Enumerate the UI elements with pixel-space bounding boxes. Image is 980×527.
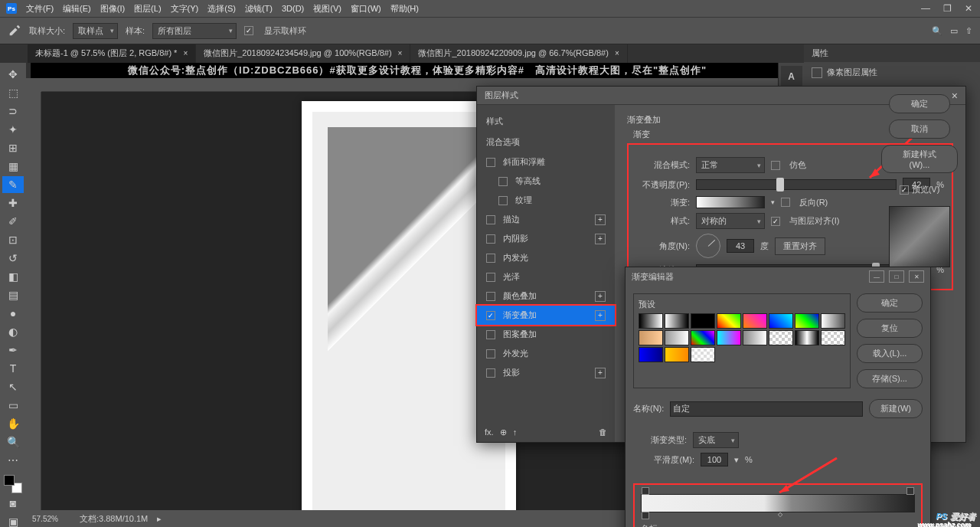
type-tool[interactable]: T	[2, 360, 24, 377]
align-checkbox[interactable]	[771, 217, 780, 226]
path-tool[interactable]: ↖	[2, 378, 24, 395]
style-checkbox[interactable]	[486, 330, 495, 339]
workspace-icon[interactable]: ▭	[950, 26, 958, 36]
style-item-描边[interactable]: 描边+	[477, 210, 615, 229]
minimize-icon[interactable]: —	[869, 270, 884, 283]
wand-tool[interactable]: ✦	[2, 121, 24, 138]
color-swatches[interactable]	[4, 475, 22, 493]
hand-tool[interactable]: ✋	[2, 415, 24, 432]
add-effect-icon[interactable]: +	[595, 291, 606, 302]
close-tab-icon[interactable]: ×	[615, 49, 619, 57]
dodge-tool[interactable]: ◐	[2, 323, 24, 340]
close-icon[interactable]: ✕	[909, 270, 924, 283]
menu-type[interactable]: 文字(Y)	[171, 3, 199, 15]
frame-tool[interactable]: ▦	[2, 158, 24, 175]
gradient-preset[interactable]	[769, 330, 793, 345]
reset-button[interactable]: 复位	[857, 319, 923, 338]
maximize-icon[interactable]: □	[889, 270, 904, 283]
minimize-icon[interactable]: —	[920, 3, 931, 14]
style-checkbox[interactable]	[486, 215, 495, 224]
edit-toolbar[interactable]: ⋯	[2, 452, 24, 469]
style-checkbox[interactable]	[486, 311, 495, 320]
close-tab-icon[interactable]: ×	[183, 49, 188, 57]
style-item-斜面和浮雕[interactable]: 斜面和浮雕	[477, 152, 615, 172]
gradient-preset[interactable]	[769, 313, 793, 329]
style-select[interactable]: 对称的	[696, 213, 765, 229]
gradient-preset[interactable]	[795, 330, 819, 345]
name-input[interactable]	[670, 401, 863, 417]
preview-checkbox[interactable]	[900, 185, 909, 195]
angle-input[interactable]: 43	[727, 239, 754, 253]
show-ring-checkbox[interactable]	[244, 26, 253, 35]
add-effect-icon[interactable]: +	[595, 310, 606, 321]
menu-view[interactable]: 视图(V)	[313, 3, 341, 15]
quickmask-icon[interactable]: ◙	[2, 495, 24, 512]
stamp-tool[interactable]: ⊡	[2, 231, 24, 248]
search-icon[interactable]: 🔍	[932, 26, 942, 36]
eyedropper-tool[interactable]: ✎	[2, 176, 24, 193]
zoom-tool[interactable]: 🔍	[2, 434, 24, 450]
menu-filter[interactable]: 滤镜(T)	[245, 3, 273, 15]
style-checkbox[interactable]	[486, 292, 495, 301]
style-item-内发光[interactable]: 内发光	[477, 248, 615, 267]
styles-header[interactable]: 样式	[477, 111, 615, 132]
properties-panel-title[interactable]: 属性	[804, 44, 980, 62]
up-icon[interactable]: ↑	[513, 427, 518, 437]
gradient-swatch[interactable]	[696, 196, 765, 208]
style-checkbox[interactable]	[486, 254, 495, 263]
blend-options[interactable]: 混合选项	[477, 132, 615, 152]
tab-doc1[interactable]: 未标题-1 @ 57.5% (图层 2, RGB/8#) *×	[28, 44, 196, 63]
gradient-tool[interactable]: ▤	[2, 286, 24, 303]
ruler-origin[interactable]	[26, 78, 41, 92]
menu-image[interactable]: 图像(I)	[100, 3, 125, 15]
gradient-preset[interactable]	[691, 313, 715, 329]
close-tab-icon[interactable]: ×	[398, 49, 403, 57]
style-checkbox[interactable]	[486, 368, 495, 378]
tab-doc2[interactable]: 微信图片_20180924234549.jpg @ 100%(RGB/8#)×	[196, 44, 410, 63]
opacity-stop[interactable]	[906, 487, 914, 495]
menu-layer[interactable]: 图层(L)	[134, 3, 161, 15]
add-effect-icon[interactable]: +	[595, 214, 606, 225]
style-checkbox[interactable]	[486, 234, 495, 244]
menu-window[interactable]: 窗口(W)	[351, 3, 381, 15]
fx-icon[interactable]: fx.	[485, 427, 494, 437]
gradient-preset[interactable]	[639, 330, 663, 345]
dialog-titlebar[interactable]: 渐变编辑器 — □ ✕	[626, 267, 930, 286]
gradient-preset[interactable]	[691, 330, 715, 345]
lasso-tool[interactable]: ⊃	[2, 103, 24, 119]
sample-select[interactable]: 所有图层	[152, 23, 237, 39]
ruler-vertical[interactable]	[26, 92, 41, 510]
opacity-slider[interactable]	[696, 179, 897, 190]
sample-size-select[interactable]: 取样点	[73, 23, 118, 39]
heal-tool[interactable]: ✚	[2, 195, 24, 211]
gradient-preset[interactable]	[639, 313, 663, 329]
save-button[interactable]: 存储(S)...	[857, 369, 923, 388]
screenmode-icon[interactable]: ▣	[2, 513, 24, 527]
new-button[interactable]: 新建(W)	[869, 399, 923, 418]
add-effect-icon[interactable]: +	[595, 368, 606, 378]
load-button[interactable]: 载入(L)...	[857, 344, 923, 363]
menu-select[interactable]: 选择(S)	[207, 3, 236, 15]
color-stop[interactable]	[642, 512, 649, 519]
move-tool[interactable]: ✥	[2, 66, 24, 83]
dither-checkbox[interactable]	[771, 161, 780, 170]
pen-tool[interactable]: ✒	[2, 342, 24, 358]
maximize-icon[interactable]: ❐	[942, 3, 952, 14]
opacity-stop[interactable]	[642, 487, 649, 495]
style-item-渐变叠加[interactable]: 渐变叠加+	[477, 306, 615, 325]
tab-doc3[interactable]: 微信图片_20180924220909.jpg @ 66.7%(RGB/8#)×	[410, 44, 627, 63]
reverse-checkbox[interactable]	[781, 198, 790, 207]
style-checkbox[interactable]	[486, 273, 495, 282]
style-item-等高线[interactable]: 等高线	[477, 172, 615, 191]
marquee-tool[interactable]: ⬚	[2, 84, 24, 101]
share-icon[interactable]: ⇧	[965, 26, 972, 36]
style-item-颜色叠加[interactable]: 颜色叠加+	[477, 286, 615, 306]
style-item-光泽[interactable]: 光泽	[477, 267, 615, 286]
trash-icon[interactable]: 🗑	[599, 427, 607, 437]
gradient-preset[interactable]	[665, 347, 689, 362]
style-checkbox[interactable]	[486, 349, 495, 358]
brush-tool[interactable]: ✐	[2, 213, 24, 230]
crop-tool[interactable]: ⊞	[2, 139, 24, 156]
shape-tool[interactable]: ▭	[2, 397, 24, 414]
style-checkbox[interactable]	[498, 177, 508, 186]
